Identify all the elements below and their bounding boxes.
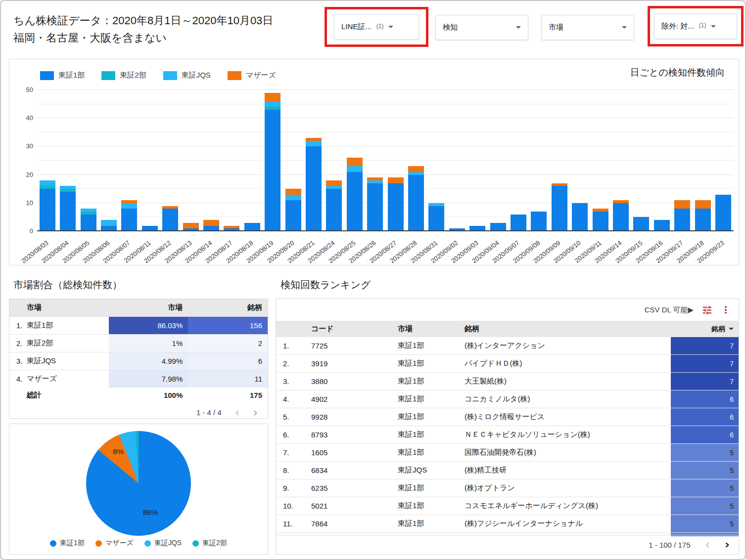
bar-column[interactable] — [57, 90, 78, 231]
header-market[interactable]: 市場 — [27, 303, 109, 312]
market-share-title: 市場割合（総検知件数） — [13, 278, 122, 292]
ranking-row[interactable]: 2.3919東証1部パイプドＨＤ(株)7 — [276, 355, 739, 373]
legend-item: 東証1部 — [40, 71, 85, 80]
x-axis-label: 2020/08/17 — [196, 239, 234, 271]
bar-column[interactable] — [672, 90, 693, 231]
bar-column[interactable] — [324, 90, 344, 231]
header-market[interactable]: 市場 — [398, 324, 465, 334]
bar-column[interactable] — [467, 90, 488, 231]
ranking-row[interactable]: 4.4902東証1部コニカミノルタ(株)6 — [276, 390, 739, 408]
pie-chart[interactable] — [86, 431, 191, 536]
header-market-pct[interactable]: 市場 — [109, 299, 188, 316]
bar-column[interactable] — [570, 90, 590, 231]
stock-code: 3880 — [311, 377, 398, 386]
x-axis-label: 2020/08/31 — [401, 239, 439, 271]
bar-column[interactable] — [303, 90, 324, 231]
page-range: 1 - 100 / 175 — [649, 541, 690, 549]
stock-name: 大王製紙(株) — [465, 377, 671, 386]
bar-column[interactable] — [529, 90, 549, 231]
filter-count-badge: (1) — [376, 23, 384, 30]
y-axis-tick: 10 — [15, 199, 33, 207]
bar-segment — [347, 166, 363, 172]
bar-column[interactable] — [242, 90, 262, 231]
bar-column[interactable] — [98, 90, 119, 231]
table-row[interactable]: 4.マザーズ7.98%11 — [9, 370, 268, 388]
market-name: 東証JQS — [27, 356, 109, 366]
annotation-box-filter-exclusion: 除外: 対... (1) — [648, 6, 744, 46]
filter-line-securities-dropdown[interactable]: LINE証... (1) — [334, 14, 419, 40]
bar-column[interactable] — [37, 90, 57, 231]
bar-column[interactable] — [344, 90, 365, 231]
bar-column[interactable] — [119, 90, 140, 231]
legend-color-chip — [101, 71, 115, 80]
table-row[interactable]: 2.東証2部1%2 — [9, 334, 268, 352]
sort-desc-icon — [729, 328, 734, 330]
ranking-row[interactable]: 9.6235東証1部(株)オプトラン5 — [276, 479, 739, 497]
table-row[interactable]: 1.東証1部86.03%156 — [9, 316, 268, 334]
ranking-row[interactable]: 11.7864東証1部(株)フジシールインターナショナル5 — [276, 515, 739, 533]
bar-column[interactable] — [713, 90, 733, 231]
ranking-row[interactable]: 10.5021東証1部コスモエネルギーホールディングス(株)5 — [276, 497, 739, 515]
bar-column[interactable] — [447, 90, 467, 231]
bar-column[interactable] — [426, 90, 447, 231]
header-count[interactable]: 銘柄 — [188, 299, 268, 316]
ranking-row[interactable]: 3.3880東証1部大王製紙(株)7 — [276, 373, 739, 390]
legend-label: 東証1部 — [58, 71, 85, 80]
bar-column[interactable] — [385, 90, 406, 231]
csv-download-note[interactable]: CSV DL 可能▶ — [645, 305, 694, 315]
pie-legend: 東証1部マザーズ東証JQS東証2部 — [9, 539, 268, 548]
stock-name: (株)ミロク情報サービス — [465, 412, 671, 422]
header-code[interactable]: コード — [311, 324, 398, 334]
ranking-row[interactable]: 5.9928東証1部(株)ミロク情報サービス6 — [276, 408, 739, 426]
filter-market-dropdown[interactable]: 市場 — [541, 15, 634, 40]
bar-column[interactable] — [78, 90, 98, 231]
next-page-icon[interactable]: › — [253, 408, 258, 418]
prev-page-icon[interactable]: ‹ — [705, 540, 710, 550]
bar-column[interactable] — [406, 90, 426, 231]
bar-column[interactable] — [590, 90, 610, 231]
bar-segment — [81, 215, 96, 231]
prev-page-icon[interactable]: ‹ — [235, 408, 240, 418]
market-table-header: 市場 市場 銘柄 — [9, 299, 268, 316]
bar-column[interactable] — [140, 90, 160, 231]
bar-segment — [654, 220, 670, 231]
bar-column[interactable] — [181, 90, 201, 231]
bar-column[interactable] — [160, 90, 180, 231]
ranking-row[interactable]: 7.1605東証1部国際石油開発帝石(株)5 — [276, 444, 739, 462]
header-count-sort[interactable]: 銘柄 — [671, 321, 739, 337]
bar-column[interactable] — [201, 90, 221, 231]
stock-market: 東証JQS — [398, 466, 465, 475]
ranking-row[interactable]: 6.8793東証1部ＮＥＣキャピタルソリューション(株)6 — [276, 426, 739, 444]
bar-column[interactable] — [488, 90, 508, 231]
x-axis-label: 2020/08/05 — [52, 239, 91, 271]
row-rank: 8. — [276, 466, 311, 474]
stock-name: 国際石油開発帝石(株) — [465, 448, 671, 457]
bar-chart-legend: 東証1部東証2部東証JQSマザーズ — [40, 71, 276, 80]
more-menu-icon[interactable] — [721, 304, 731, 315]
bar-segment — [531, 212, 547, 231]
filter-detection-dropdown[interactable]: 検知 — [435, 15, 528, 40]
tune-filter-icon[interactable] — [701, 304, 713, 316]
bar-column[interactable] — [652, 90, 672, 231]
x-axis-label: 2020/09/23 — [688, 239, 726, 271]
bar-column[interactable] — [549, 90, 569, 231]
bar-segment — [121, 209, 137, 231]
bar-column[interactable] — [365, 90, 385, 231]
header-name[interactable]: 銘柄 — [465, 324, 671, 334]
bar-column[interactable] — [693, 90, 713, 231]
bar-column[interactable] — [262, 90, 282, 231]
bar-column[interactable] — [222, 90, 242, 231]
bar-column[interactable] — [283, 90, 303, 231]
stock-market: 東証1部 — [398, 519, 465, 528]
table-row[interactable]: 3.東証JQS4.99%6 — [9, 352, 268, 370]
ranking-row[interactable]: 8.6834東証JQS(株)精工技研5 — [276, 462, 739, 479]
bar-column[interactable] — [610, 90, 631, 231]
bar-column[interactable] — [631, 90, 652, 231]
ranking-row[interactable]: 1.7725東証1部(株)インターアクション7 — [276, 337, 739, 355]
next-page-icon[interactable]: › — [725, 540, 730, 550]
bar-column[interactable] — [508, 90, 528, 231]
stock-code: 6834 — [311, 466, 398, 474]
filter-exclusion-dropdown[interactable]: 除外: 対... (1) — [654, 14, 737, 39]
stock-market: 東証1部 — [398, 394, 465, 404]
legend-item: 東証2部 — [101, 71, 146, 80]
